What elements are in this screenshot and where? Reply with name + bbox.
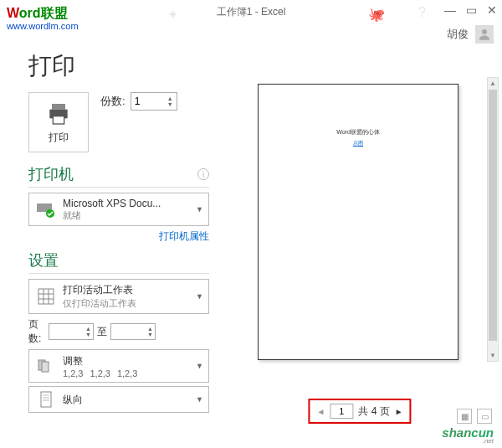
print-scope-dropdown[interactable]: 打印活动工作表 仅打印活动工作表 ▼ (28, 279, 209, 314)
printer-icon (45, 100, 72, 127)
printer-section-header: 打印机 i (28, 164, 209, 188)
orientation-dropdown[interactable]: 纵向 ▼ (28, 386, 209, 413)
copies-spinner[interactable]: ▲▼ (167, 95, 173, 107)
page-from-input[interactable]: ▲▼ (49, 323, 94, 340)
printer-status-icon (34, 200, 58, 219)
print-button[interactable]: 打印 (28, 92, 89, 152)
prev-page-button[interactable]: ◄ (316, 407, 325, 416)
page-to-input[interactable]: ▲▼ (110, 323, 156, 340)
page-navigator: ◄ 共 4 页 ► (308, 399, 411, 424)
minimize-button[interactable]: — (444, 3, 456, 17)
chevron-down-icon: ▼ (196, 395, 203, 404)
user-avatar[interactable] (475, 25, 494, 44)
portrait-icon (34, 390, 58, 409)
zoom-to-page-button[interactable]: ▦ (457, 409, 472, 424)
sheet-icon (34, 287, 58, 306)
left-panel: 打印 打印 份数: ▲▼ 打印机 i Microsoft XP (0, 45, 218, 447)
settings-section-header: 设置 (28, 250, 209, 274)
window-title: 工作簿1 - Excel (217, 5, 286, 19)
preview-page: Word联盟的心体 示图 (258, 84, 458, 360)
copies-label: 份数: (100, 94, 126, 109)
restore-button[interactable]: ▭ (466, 3, 477, 17)
svg-rect-3 (53, 116, 64, 123)
chevron-down-icon: ▼ (196, 205, 203, 214)
preview-scrollbar[interactable]: ▲ ▼ (487, 77, 499, 362)
user-name[interactable]: 胡俊 (447, 27, 469, 42)
info-icon[interactable]: i (197, 168, 209, 180)
close-button[interactable]: ✕ (487, 3, 497, 17)
pages-label: 页数: (28, 317, 45, 346)
zoom-margins-button[interactable]: ▭ (477, 409, 492, 424)
page-title: 打印 (28, 50, 209, 82)
svg-rect-12 (42, 362, 49, 372)
chevron-down-icon: ▼ (196, 292, 203, 301)
svg-rect-6 (38, 289, 54, 304)
page-total-label: 共 4 页 (358, 404, 389, 419)
collate-icon (34, 357, 58, 375)
printer-dropdown[interactable]: Microsoft XPS Docu... 就绪 ▼ (28, 193, 209, 226)
printer-properties-link[interactable]: 打印机属性 (28, 229, 209, 244)
preview-panel: Word联盟的心体 示图 ▲ ▼ ◄ 共 4 页 ► ▦ ▭ (218, 45, 502, 447)
watermark: shancun .net (442, 425, 494, 445)
chevron-down-icon: ▼ (196, 362, 203, 370)
svg-rect-1 (52, 104, 65, 110)
overlay-brand: Word联盟 www.wordlm.com (7, 5, 79, 31)
current-page-input[interactable] (330, 404, 353, 419)
svg-rect-13 (41, 392, 51, 407)
collate-dropdown[interactable]: 调整 1,2,31,2,31,2,3 ▼ (28, 349, 209, 383)
next-page-button[interactable]: ► (395, 407, 403, 416)
svg-point-0 (482, 29, 487, 34)
copies-input[interactable]: ▲▼ (131, 92, 177, 111)
